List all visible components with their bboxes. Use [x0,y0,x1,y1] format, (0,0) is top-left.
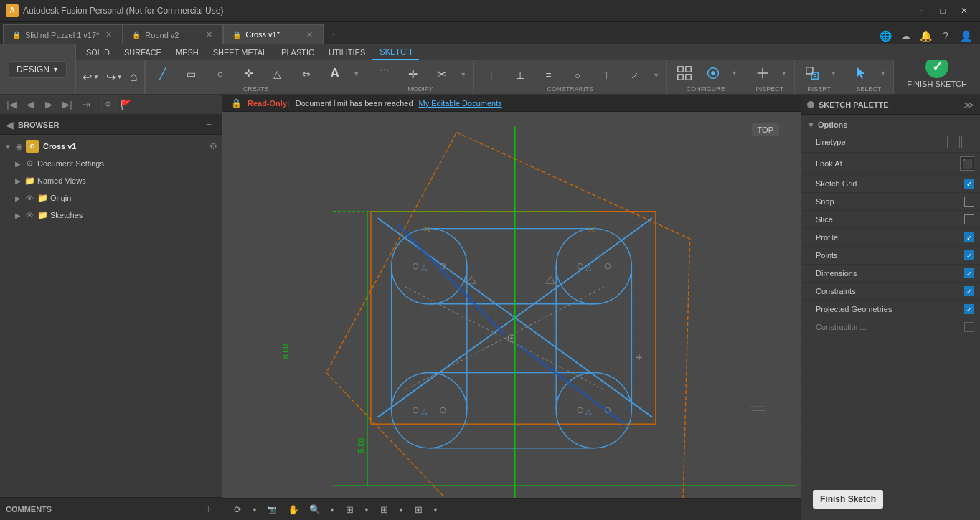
tree-item-root[interactable]: ▼ ◉ C Cross v1 ⚙ [0,138,222,155]
nav-play-button[interactable]: ▶ [40,97,57,113]
circle-tool-button[interactable]: ○ [207,65,233,82]
constraints-control[interactable] [964,286,974,296]
tab-cross-v1[interactable]: 🔒 Cross v1* ✕ [223,24,324,44]
text-tool-button[interactable]: A [322,63,348,84]
projected-geom-checkbox[interactable] [964,304,974,314]
look-at-cam-button[interactable]: 📷 [263,501,281,519]
create-more-button[interactable]: ▼ [351,69,362,79]
inspect-more-button[interactable]: ▼ [778,68,790,78]
linetype-dashed-icon[interactable]: - - [961,136,974,148]
tree-expand-doc-icon[interactable]: ▶ [13,159,23,169]
tab-solid[interactable]: SOLID [79,44,117,60]
nav-first-button[interactable]: |◀ [3,97,20,113]
dimensions-control[interactable] [964,268,974,278]
user-icon[interactable]: 👤 [957,27,974,44]
tree-item-doc-settings[interactable]: ▶ ⚙ Document Settings [0,155,222,172]
snap-checkbox[interactable] [964,197,974,207]
snap-control[interactable] [964,197,974,207]
modify-more-button[interactable]: ▼ [458,70,469,80]
nav-next-button[interactable]: ▶| [59,97,76,113]
minimize-button[interactable]: − [911,4,931,18]
orbit-dropdown-button[interactable]: ▼ [250,501,260,519]
help-icon[interactable]: ? [937,27,954,44]
constraint-5-button[interactable]: ⊤ [593,67,619,84]
tab-surface[interactable]: SURFACE [117,44,169,60]
tree-vis-sketches-icon[interactable]: 👁 [23,209,36,222]
constraints-checkbox[interactable] [964,286,974,296]
tab-sheet-metal[interactable]: SHEET METAL [206,44,274,60]
extra-checkbox[interactable] [964,322,974,332]
fillet-tool-button[interactable]: ⌒ [372,65,397,84]
tree-item-named-views[interactable]: ▶ 📁 Named Views [0,172,222,189]
tree-expand-sketches-icon[interactable]: ▶ [13,210,23,220]
grid-dropdown-button[interactable]: ▼ [396,501,406,519]
profile-checkbox[interactable] [964,232,974,242]
tree-item-origin[interactable]: ▶ 👁 📁 Origin [0,189,222,207]
points-control[interactable] [964,250,974,260]
undo-button[interactable]: ↩ ▼ [80,68,101,86]
tree-vis-root-icon[interactable]: ◉ [13,140,26,153]
configure-more-button[interactable]: ▼ [729,68,740,78]
tree-root-settings-icon[interactable]: ⚙ [207,141,219,152]
sketch-canvas[interactable]: △ △ △ △ 8.00 [222,112,801,520]
constraint-4-button[interactable]: ○ [565,67,590,84]
maximize-button[interactable]: □ [933,4,953,18]
zoom-dropdown-button[interactable]: ▼ [327,501,337,519]
cloud-icon[interactable]: ☁ [897,27,914,44]
close-button[interactable]: ✕ [954,4,974,18]
polygon-tool-button[interactable]: △ [265,65,291,82]
browser-collapse-icon[interactable]: ◀ [6,119,14,131]
configure-button[interactable] [672,62,697,84]
constraint-2-button[interactable]: ⊥ [507,67,533,84]
inspect-button[interactable] [750,62,776,84]
rectangle-tool-button[interactable]: ▭ [179,65,204,82]
orbit-button[interactable]: ⟳ [228,501,247,519]
design-button[interactable]: DESIGN ▼ [9,61,67,78]
add-tab-button[interactable]: + [324,24,344,44]
offset-tool-button[interactable]: ✛ [236,64,262,83]
constraint-1-button[interactable]: | [479,67,504,84]
profile-control[interactable] [964,232,974,242]
extra-control[interactable] [964,322,974,332]
options-section-header[interactable]: ▼ Options [801,118,980,132]
constraints-more-button[interactable]: ▼ [651,70,662,80]
configure-2-button[interactable] [700,62,726,84]
points-checkbox[interactable] [964,250,974,260]
finish-sketch-palette-button[interactable]: Finish Sketch [813,490,883,509]
zoom-button[interactable]: 🔍 [306,501,324,519]
timeline-mark-icon[interactable]: 🚩 [117,97,134,113]
tree-item-sketches[interactable]: ▶ 👁 📁 Sketches [0,207,222,224]
browser-minus-button[interactable]: − [202,118,216,132]
trim-tool-button[interactable]: ✂ [429,65,455,84]
timeline-settings-icon[interactable]: ⚙ [101,98,116,111]
projected-geom-control[interactable] [964,304,974,314]
dimensions-checkbox[interactable] [964,268,974,278]
tree-vis-origin-icon[interactable]: 👁 [23,192,36,204]
select-button[interactable] [849,62,875,84]
insert-more-button[interactable]: ▼ [828,68,839,78]
tab-sliding-puzzel[interactable]: 🔒 Slidind Puzzel 1 v17* ✕ [3,24,123,44]
nav-last-button[interactable]: ⇥ [77,97,95,113]
tab-mesh[interactable]: MESH [169,44,206,60]
finish-sketch-button[interactable]: ✓ FINISH SKETCH [900,60,974,91]
look-at-icon[interactable]: ⬛ [960,156,974,171]
look-at-control[interactable]: ⬛ [960,156,974,171]
line-tool-button[interactable]: ╱ [150,64,176,83]
linetype-solid-icon[interactable]: — [947,136,960,148]
tree-expand-named-views-icon[interactable]: ▶ [13,176,23,186]
constraint-3-button[interactable]: = [536,67,562,84]
insert-button[interactable] [799,62,825,84]
redo-button[interactable]: ↪ ▼ [104,68,125,86]
tab-round-v2[interactable]: 🔒 Round v2 ✕ [123,24,223,44]
bell-icon[interactable]: 🔔 [917,27,934,44]
home-button[interactable]: ⌂ [128,67,140,87]
select-more-button[interactable]: ▼ [877,68,889,78]
dimension-tool-button[interactable]: ⇔ [293,65,319,82]
linetype-control[interactable]: — - - [947,136,974,148]
tab-close-btn-3[interactable]: ✕ [304,29,314,39]
move-tool-button[interactable]: ✛ [400,65,426,84]
editable-docs-link[interactable]: My Editable Documents [419,99,502,108]
tab-close-btn[interactable]: ✕ [103,30,113,40]
tree-expand-origin-icon[interactable]: ▶ [13,193,23,203]
tree-expand-root-icon[interactable]: ▼ [3,141,13,151]
